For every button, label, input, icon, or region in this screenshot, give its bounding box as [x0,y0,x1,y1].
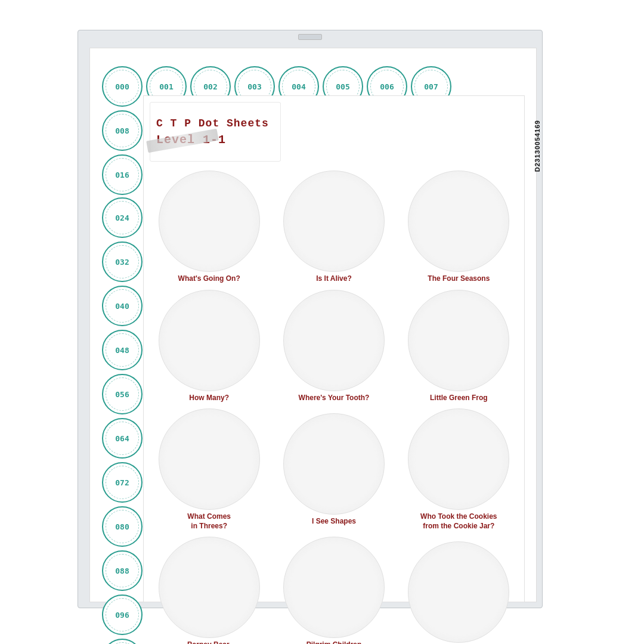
barcode-text: D23130054169 [534,120,541,172]
dot-cell-11: Can You Read a Map? [397,534,521,644]
dot-cell-1: Is It Alive? [271,168,396,287]
dot-label-1: Is It Alive? [316,274,352,284]
dot-circle-10 [283,537,385,638]
dot-label-2: The Four Seasons [428,274,490,284]
sticker-000: 000 [102,66,143,107]
dot-label-6: What Comes in Threes? [187,512,231,531]
dot-circle-0 [159,171,260,272]
sticker-008: 008 [102,110,143,151]
dot-circle-4 [283,290,385,391]
dot-cell-2: The Four Seasons [397,168,521,287]
sticker-col-left: 024 032 040 048 056 064 072 080 088 096 … [102,197,143,644]
sticker-048: 048 [102,330,143,370]
sticker-096: 096 [102,595,143,635]
dot-label-9: Barney Bear, World Traveler [184,640,234,644]
dot-cell-0: What's Going On? [147,168,271,287]
dot-cell-8: Who Took the Cookies from the Cookie Jar… [397,405,521,534]
dot-label-7: I See Shapes [312,517,356,527]
dot-circle-9 [159,537,260,638]
title-line1: C T P Dot Sheets [156,117,274,129]
scene: D23130054169 000 001 002 003 004 005 006… [78,30,566,614]
dot-label-3: How Many? [189,394,229,403]
sticker-024: 024 [102,197,143,238]
dot-cell-3: How Many? [147,287,271,406]
dot-cell-6: What Comes in Threes? [147,405,271,534]
sticker-072: 072 [102,462,143,503]
dot-circle-8 [408,408,509,510]
dot-cell-10: Pilgrim Children Had Many Chores [271,534,396,644]
dot-label-0: What's Going On? [178,274,240,284]
sticker-104: 104 [102,639,143,644]
dot-cell-5: Little Green Frog [397,287,521,406]
sticker-032: 032 [102,242,143,282]
sticker-056: 056 [102,374,143,414]
dot-circle-5 [408,290,509,391]
sticker-088: 088 [102,550,143,591]
dot-label-4: Where's Your Tooth? [299,394,370,403]
sticker-040: 040 [102,286,143,326]
sticker-016: 016 [102,154,143,195]
dot-cell-4: Where's Your Tooth? [271,287,396,406]
dot-cell-7: I See Shapes [271,405,396,534]
dot-circle-1 [283,171,385,272]
sleeve-clip [298,34,322,40]
dot-circle-7 [283,413,385,515]
dot-label-10: Pilgrim Children Had Many Chores [304,640,364,644]
content-sheet: C T P Dot Sheets Level 1-1 What's Going … [143,95,525,602]
dot-circle-2 [408,171,509,272]
dots-grid: What's Going On? Is It Alive? The Four S… [144,165,524,602]
dot-circle-11 [408,541,509,643]
sticker-064: 064 [102,418,143,459]
dot-label-8: Who Took the Cookies from the Cookie Jar… [420,512,497,531]
sticker-080: 080 [102,506,143,547]
dot-circle-3 [159,290,260,391]
dot-label-5: Little Green Frog [430,394,488,403]
dot-circle-6 [159,408,260,510]
dot-cell-9: Barney Bear, World Traveler [147,534,271,644]
